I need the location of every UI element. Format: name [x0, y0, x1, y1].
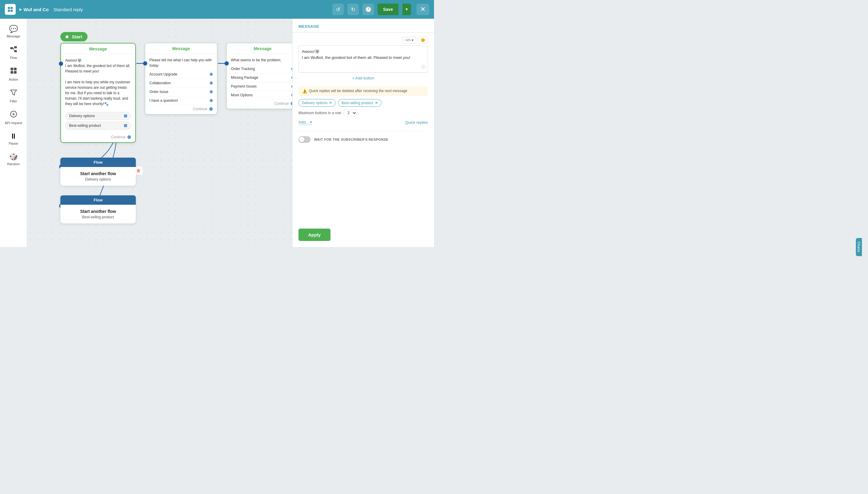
right-panel: MESSAGE </> ▾ 😊 Awooo!🐺I am Wufbot, the … — [292, 19, 434, 247]
code-format-button[interactable]: </> ▾ — [402, 37, 416, 43]
main-layout: 💬 Message Flow Action Filter API requ — [0, 19, 434, 247]
message-card-1[interactable]: Message Awooo!🐺 I am Wufbot, the goodest… — [60, 43, 136, 143]
svg-rect-8 — [14, 68, 17, 70]
svg-rect-10 — [14, 71, 17, 74]
flow-card-1-subtitle: Delivery options — [64, 177, 132, 182]
header: Wuf and Co Standard reply ↺ ↻ 🕐 Save ▼ ✕ — [0, 0, 434, 19]
sidebar-label-pause: Pause — [9, 141, 18, 145]
logo — [5, 4, 16, 15]
message-editor[interactable]: Awooo!🐺I am Wufbot, the goodest bot of t… — [298, 45, 428, 73]
card2-left-connector — [143, 61, 147, 65]
info-icon: ⓘ — [421, 64, 425, 70]
svg-marker-11 — [11, 90, 17, 95]
card3-option-1[interactable]: Order Tracking — [226, 64, 292, 73]
card2-option-3[interactable]: Order Issue — [145, 88, 217, 96]
flow-card-1[interactable]: Flow Start another flow Delivery options — [60, 158, 136, 186]
qr-label-delivery: Delivery options — [302, 101, 328, 105]
apply-button[interactable]: Apply — [298, 229, 331, 241]
sidebar-label-api: API request — [5, 121, 22, 125]
sidebar-item-random[interactable]: 🎲 Random — [2, 150, 25, 169]
start-dot — [64, 34, 70, 39]
sidebar-item-action[interactable]: Action — [2, 64, 25, 84]
qr-tag-bestselling[interactable]: Best-selling product ✕ — [338, 99, 381, 107]
sidebar-label-action: Action — [9, 78, 18, 81]
flow-card-2-subtitle: Best-selling product — [64, 215, 132, 219]
sidebar: 💬 Message Flow Action Filter API requ — [0, 19, 27, 247]
page-title: Standard reply — [54, 7, 83, 12]
svg-rect-3 — [11, 10, 13, 12]
svg-rect-5 — [14, 46, 17, 48]
sidebar-item-flow[interactable]: Flow — [2, 42, 25, 62]
sidebar-item-pause[interactable]: ⏸ Pause — [2, 129, 25, 148]
svg-rect-4 — [10, 47, 13, 49]
message-content: Awooo!🐺I am Wufbot, the goodest bot of t… — [302, 49, 425, 60]
svg-rect-9 — [11, 71, 13, 74]
card1-left-connector — [59, 62, 63, 66]
random-icon: 🎲 — [9, 152, 18, 161]
flow-card-1-body: Start another flow Delivery options — [60, 167, 136, 186]
card3-header: Message — [226, 43, 292, 54]
add-dropdown-button[interactable]: Add... ▾ — [298, 120, 312, 125]
max-buttons-select[interactable]: 2 1 3 — [343, 110, 357, 116]
flow-card-2-header: Flow — [60, 195, 136, 205]
svg-rect-1 — [11, 7, 13, 9]
save-button[interactable]: Save — [378, 4, 398, 15]
card2-option-4[interactable]: I have a question! — [145, 96, 217, 105]
sidebar-label-message: Message — [7, 34, 20, 38]
sidebar-item-message[interactable]: 💬 Message — [2, 22, 25, 41]
warning-icon: ⚠️ — [302, 89, 307, 94]
sidebar-item-api[interactable]: API request — [2, 107, 25, 128]
dropdown-chevron-icon: ▾ — [310, 120, 312, 125]
best-selling-btn[interactable]: Best-selling product — [65, 122, 131, 130]
panel-title: MESSAGE — [298, 24, 428, 29]
warning-text: Quick replies will be deleted after rece… — [309, 89, 408, 93]
card2-body: Please tell me what I can help you with … — [145, 54, 217, 70]
panel-header: MESSAGE — [293, 19, 434, 33]
filter-icon — [9, 89, 18, 98]
add-button-row[interactable]: + Add button — [298, 73, 428, 83]
flow-card-2-body: Start another flow Best-selling product — [60, 205, 136, 224]
qr-remove-delivery[interactable]: ✕ — [329, 100, 332, 105]
editor-toolbar: </> ▾ 😊 — [298, 37, 428, 43]
qr-remove-bestselling[interactable]: ✕ — [375, 100, 378, 105]
card3-body: What seems to be the problem; — [226, 54, 292, 64]
card2-option-1[interactable]: Account Upgrade — [145, 70, 217, 79]
quick-replies-button[interactable]: Quick replies — [405, 120, 428, 125]
sidebar-label-random: Random — [7, 162, 20, 166]
warning-box: ⚠️ Quick replies will be deleted after r… — [298, 87, 428, 96]
flow-card-2[interactable]: Flow Start another flow Best-selling pro… — [60, 195, 136, 224]
card3-option-2[interactable]: Missing Package — [226, 73, 292, 82]
qr-tag-delivery[interactable]: Delivery options ✕ — [298, 99, 336, 107]
sidebar-label-flow: Flow — [10, 56, 17, 59]
sidebar-item-filter[interactable]: Filter — [2, 86, 25, 106]
wait-label: WAIT FOR THE SUBSCRIBER'S RESPONSE — [314, 138, 389, 141]
save-dropdown-button[interactable]: ▼ — [402, 4, 411, 15]
card3-option-3[interactable]: Payment Issues — [226, 82, 292, 91]
wait-section: WAIT FOR THE SUBSCRIBER'S RESPONSE — [298, 131, 428, 143]
history-button[interactable]: 🕐 — [362, 4, 374, 15]
start-label: Start — [72, 34, 82, 39]
max-buttons-label: Maximum buttons in a row: — [298, 111, 342, 115]
emoji-button[interactable]: 😊 — [418, 37, 428, 43]
card1-buttons: Delivery options Best-selling product — [61, 110, 135, 133]
message-card-2[interactable]: Message Please tell me what I can help y… — [145, 43, 217, 114]
redo-button[interactable]: ↻ — [348, 4, 359, 15]
toggle-knob — [299, 137, 304, 142]
card3-option-4[interactable]: More Options — [226, 91, 292, 100]
svg-rect-2 — [8, 10, 10, 12]
card2-option-2[interactable]: Collaboration — [145, 79, 217, 88]
pause-icon: ⏸ — [10, 132, 17, 140]
wait-toggle[interactable] — [298, 136, 311, 143]
action-icon — [9, 67, 18, 76]
svg-rect-7 — [11, 68, 13, 70]
qr-label-bestselling: Best-selling product — [341, 101, 373, 105]
card3-left-connector — [224, 61, 229, 65]
message-card-3[interactable]: Message What seems to be the problem; Or… — [226, 43, 292, 109]
card1-body: Awooo!🐺 I am Wufbot, the goodest bot of … — [61, 54, 135, 110]
message-icon: 💬 — [9, 25, 18, 33]
undo-button[interactable]: ↺ — [332, 4, 344, 15]
close-button[interactable]: ✕ — [416, 4, 429, 15]
delivery-options-btn[interactable]: Delivery options — [65, 112, 131, 120]
flow-card-2-title: Start another flow — [64, 209, 132, 214]
svg-rect-0 — [8, 7, 10, 9]
